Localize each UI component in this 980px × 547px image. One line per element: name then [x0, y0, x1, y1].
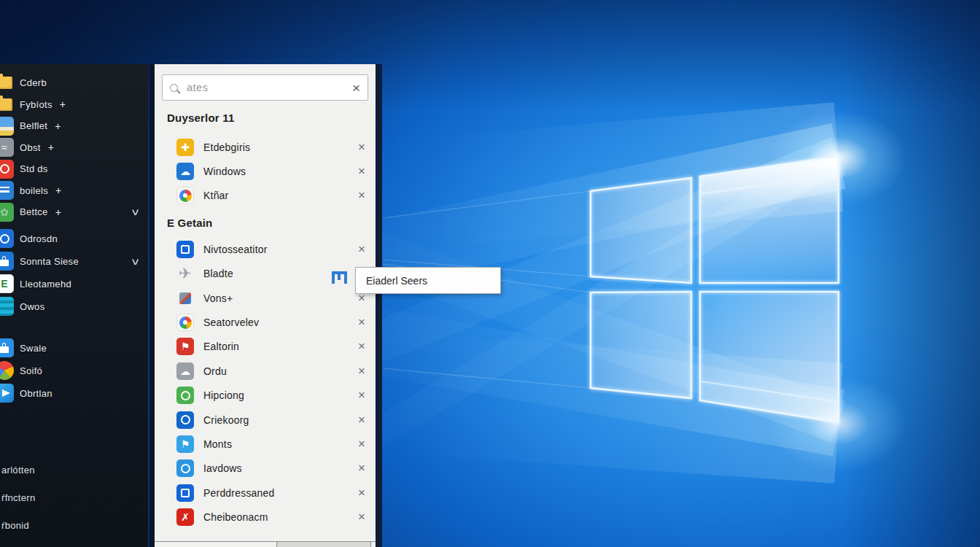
plus-icon: + — [55, 206, 61, 218]
sidebar-item[interactable]: Fybíots+ — [0, 94, 148, 116]
sidebar-item[interactable]: Odrosdn — [0, 228, 148, 250]
app-label: Vons+ — [203, 292, 233, 304]
app-tile-icon: ☁ — [176, 362, 194, 380]
remove-icon[interactable]: × — [354, 140, 369, 155]
sidebar-group: SwaleSoifóObrtlan — [0, 337, 148, 405]
app-label: Ordu — [203, 365, 227, 377]
sidebar-item[interactable]: ✿Bettce+∨ — [0, 201, 148, 223]
app-tile-icon — [176, 484, 194, 502]
sidebar-item-label: Obrtlan — [20, 388, 52, 399]
clear-search-icon[interactable]: × — [352, 81, 360, 95]
sidebar-item[interactable]: ELleotamehd — [0, 273, 148, 295]
sidebar-item[interactable]: ŕfnctern — [0, 484, 148, 512]
app-list-item[interactable]: ✗Cheibeonacm× — [155, 505, 376, 529]
plane-icon: ✈ — [176, 265, 194, 282]
sidebar-item[interactable]: Belflet+ — [0, 115, 148, 137]
app-label: Iavdows — [203, 462, 242, 474]
app-label: Etdebgiris — [203, 141, 250, 153]
sidebar-item[interactable]: Owos — [0, 295, 148, 318]
remove-icon[interactable]: × — [354, 388, 369, 403]
app-list-item[interactable]: Criekoorg× — [155, 408, 376, 432]
app-list-item[interactable]: ✚Etdebgiris× — [155, 135, 376, 159]
app-tile-icon: ✚ — [176, 139, 194, 156]
app-label: Bladte — [203, 268, 233, 279]
sidebar-item[interactable]: boilels+ — [0, 180, 148, 202]
sidebar-item[interactable]: Obrtlan — [0, 382, 148, 405]
app-label: Windows — [203, 166, 246, 177]
tooltip-text: Eiaderl Seers — [366, 275, 427, 287]
app-tile-icon — [176, 241, 194, 258]
app-tile-icon: ⚑ — [176, 338, 194, 355]
sidebar-item[interactable]: Std ds — [0, 158, 148, 180]
app-list-item[interactable]: ☁Ordu× — [155, 359, 376, 383]
search-input[interactable] — [185, 81, 352, 94]
remove-icon[interactable]: × — [354, 364, 369, 379]
search-panel: × Duyserlor 11✚Etdebgiris×☁Windows×Ktñar… — [149, 64, 382, 547]
app-tile-icon: E — [0, 274, 14, 293]
app-list-item[interactable]: Vons+× — [155, 286, 376, 310]
sidebar-item-label: Cderb — [20, 77, 47, 88]
folder-icon — [0, 95, 14, 114]
app-list-item[interactable]: ⚑Ealtorin× — [155, 335, 376, 359]
folder-icon — [0, 74, 14, 93]
remove-icon[interactable]: × — [354, 188, 369, 203]
plus-icon: + — [55, 185, 61, 196]
sidebar-item-label: ŕfnctern — [1, 492, 35, 503]
app-label: Seatorvelev — [203, 317, 259, 328]
app-list-item[interactable]: Nivtosseatitor× — [155, 237, 376, 261]
app-list-item[interactable]: Iavdows× — [155, 457, 376, 481]
sidebar-item[interactable]: arlótten — [0, 457, 148, 484]
sidebar-item[interactable]: Soifó — [0, 360, 148, 382]
stripes-icon — [0, 297, 14, 316]
mini-icon — [176, 290, 194, 307]
app-tile-icon — [176, 459, 194, 477]
app-tile-icon — [0, 181, 14, 200]
app-tile-icon: ✗ — [176, 508, 194, 526]
chevron-down-icon[interactable]: ∨ — [131, 256, 141, 267]
app-tile-icon — [0, 338, 14, 357]
app-list-item[interactable]: Ktñar× — [155, 184, 376, 208]
app-list-item[interactable]: ☁Windows× — [155, 159, 376, 183]
app-tile-icon — [0, 160, 14, 179]
remove-icon[interactable]: × — [354, 510, 369, 524]
remove-icon[interactable]: × — [354, 413, 369, 427]
app-tile-icon — [0, 229, 14, 248]
sidebar-item[interactable]: Cderb — [0, 72, 148, 94]
remove-icon[interactable]: × — [354, 437, 369, 451]
photo-icon — [0, 117, 14, 136]
dragged-app-icon[interactable] — [328, 266, 350, 289]
sidebar-item-label: Lleotamehd — [20, 279, 71, 290]
sidebar-item[interactable]: ≈Obst+ — [0, 137, 148, 159]
sidebar-item[interactable]: ŕbonid — [0, 512, 148, 540]
app-list-item[interactable]: Perddressaned× — [155, 481, 376, 505]
app-label: Nivtosseatitor — [203, 244, 268, 255]
remove-icon[interactable]: × — [354, 315, 369, 330]
plus-icon: + — [48, 141, 54, 153]
panel-bottom-button[interactable] — [276, 541, 371, 547]
sidebar-group: OdrosdnSonnta Siese∨ELleotamehdOwos — [0, 228, 148, 318]
app-tile-icon — [176, 387, 194, 404]
app-label: Ealtorin — [203, 341, 239, 352]
chevron-down-icon[interactable]: ∨ — [131, 206, 141, 217]
app-list-item[interactable]: ⚑Monts× — [155, 432, 376, 456]
remove-icon[interactable]: × — [354, 164, 369, 179]
desktop: CderbFybíots+Belflet+≈Obst+Std dsboilels… — [0, 0, 980, 547]
search-box[interactable]: × — [162, 74, 368, 101]
sidebar-item[interactable]: Sonnta Siese∨ — [0, 250, 148, 273]
sidebar-item-label: Belflet — [20, 120, 47, 131]
sidebar-item[interactable]: Swale — [0, 337, 148, 360]
app-label: Cheibeonacm — [203, 511, 268, 523]
app-label: Perddressaned — [203, 487, 275, 499]
sidebar-item-label: Swale — [20, 343, 47, 354]
remove-icon[interactable]: × — [354, 242, 369, 257]
sidebar-item-label: Sonnta Siese — [20, 256, 79, 267]
remove-icon[interactable]: × — [354, 486, 369, 500]
sidebar-item-label: Owos — [20, 301, 44, 312]
sidebar-item-label: boilels — [20, 185, 48, 196]
sidebar-item-label: arlótten — [1, 465, 35, 476]
remove-icon[interactable]: × — [354, 461, 369, 476]
app-list-item[interactable]: Seatorvelev× — [155, 310, 376, 334]
remove-icon[interactable]: × — [354, 339, 369, 354]
app-list-item[interactable]: Hipciong× — [155, 384, 376, 408]
sidebar-group: CderbFybíots+Belflet+≈Obst+Std dsboilels… — [0, 72, 148, 223]
